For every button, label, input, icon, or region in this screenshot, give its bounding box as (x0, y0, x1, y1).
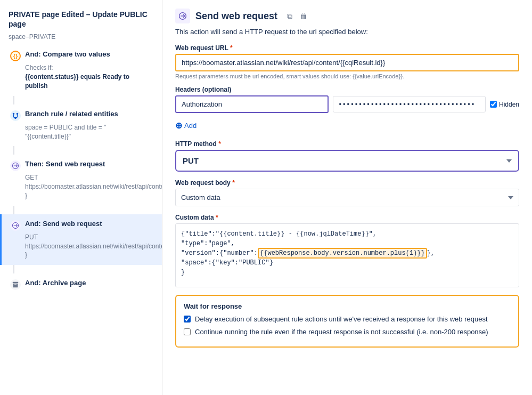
compare-icon: {} (10, 51, 21, 61)
svg-point-1 (17, 113, 19, 115)
connector-line-2 (13, 146, 14, 155)
header-value-input[interactable] (333, 96, 485, 112)
webhook-put-icon (10, 220, 21, 231)
connector-line-1 (13, 96, 14, 104)
body-required: * (232, 179, 235, 187)
panel-header: Send web request ⧉ 🗑 (175, 9, 519, 23)
wait-checkbox-1-label[interactable]: Delay execution of subsequent rule actio… (195, 315, 488, 324)
sidebar-item-archive-title: And: Archive page (25, 279, 86, 288)
copy-button[interactable]: ⧉ (285, 11, 294, 22)
sidebar-item-webhook-put-title: And: Send web request (25, 220, 102, 229)
url-label: Web request URL * (175, 44, 519, 52)
hidden-checkbox-label[interactable]: Hidden (490, 101, 519, 108)
url-hint: Request parameters must be url encoded, … (175, 73, 519, 79)
url-input[interactable] (176, 55, 518, 70)
svg-point-0 (13, 113, 15, 115)
code-line-1: {"title":"{{content.title}} - {{now.jqlD… (181, 230, 377, 238)
svg-rect-3 (13, 282, 19, 283)
body-label: Web request body * (175, 179, 519, 187)
add-icon: ⊕ (175, 120, 182, 131)
sidebar-item-compare-title: And: Compare two values (25, 50, 110, 59)
url-input-wrapper (175, 54, 519, 71)
sidebar-item-branch-title: Branch rule / related entities (25, 110, 118, 119)
sidebar-item-webhook-get-title: Then: Send web request (25, 160, 105, 169)
wait-title: Wait for response (184, 302, 511, 310)
sidebar: PRIVATE page Edited – Update PUBLIC page… (0, 0, 162, 395)
main-panel: Send web request ⧉ 🗑 This action will se… (162, 0, 532, 395)
sidebar-item-webhook-put-body: PUThttps://boomaster.atlassian.net/wiki/… (25, 233, 153, 260)
code-line-4: "space":{"key":"PUBLIC"} (181, 259, 273, 267)
webhook-get-icon (10, 160, 21, 171)
custom-data-section: Custom data * {"title":"{{content.title}… (175, 214, 519, 287)
header-name-input[interactable] (175, 95, 329, 113)
hidden-checkbox[interactable] (490, 101, 497, 108)
wait-section: Wait for response Delay execution of sub… (175, 295, 519, 348)
method-box: PUT GET POST DELETE PATCH (175, 150, 519, 172)
method-label: HTTP method * (175, 140, 519, 148)
sidebar-item-compare-body: Checks if:{{content.status}} equals Read… (25, 63, 153, 90)
code-highlight-version: {{webResponse.body.version.number.plus(1… (258, 248, 427, 259)
wait-checkbox-2[interactable] (184, 328, 191, 335)
sidebar-item-branch[interactable]: Branch rule / related entities space = P… (0, 104, 162, 147)
sidebar-item-archive[interactable]: And: Archive page (0, 273, 162, 297)
headers-label: Headers (optional) (175, 86, 519, 93)
headers-row: Hidden (175, 95, 519, 113)
url-required: * (230, 44, 233, 52)
sidebar-item-webhook-get-body: GEThttps://boomaster.atlassian.net/wiki/… (25, 173, 153, 200)
connector-line-3 (13, 206, 14, 214)
panel-actions: ⧉ 🗑 (285, 11, 309, 22)
custom-data-required: * (216, 214, 218, 221)
delete-button[interactable]: 🗑 (298, 11, 309, 22)
wait-checkbox-row-1: Delay execution of subsequent rule actio… (184, 315, 511, 324)
sidebar-item-webhook-put[interactable]: And: Send web request PUThttps://boomast… (0, 214, 162, 265)
panel-icon (175, 9, 190, 23)
panel-title: Send web request (195, 11, 277, 22)
panel-description: This action will send a HTTP request to … (175, 28, 519, 36)
code-line-3: "version":{"number":{{webResponse.body.v… (181, 248, 435, 259)
headers-section: Headers (optional) Hidden (175, 86, 519, 113)
url-section: Web request URL * Request parameters mus… (175, 44, 519, 79)
sidebar-subtitle: space–PRIVATE (0, 33, 162, 45)
connector-line-4 (13, 265, 14, 273)
method-select[interactable]: PUT GET POST DELETE PATCH (177, 152, 517, 170)
sidebar-item-branch-body: space = PUBLIC and title = ""{{content.t… (25, 123, 153, 141)
wait-checkbox-row-2: Continue running the rule even if the re… (184, 327, 511, 337)
method-section: HTTP method * PUT GET POST DELETE PATCH (175, 140, 519, 172)
archive-icon (10, 279, 21, 290)
branch-icon (10, 110, 21, 121)
code-line-2: "type":"page", (181, 240, 235, 247)
code-line-5: } (181, 269, 185, 276)
add-header-button[interactable]: ⊕ Add (175, 118, 197, 133)
sidebar-item-webhook-get[interactable]: Then: Send web request GEThttps://boomas… (0, 155, 162, 205)
custom-data-label: Custom data * (175, 214, 519, 221)
body-select[interactable]: Custom data Empty (175, 189, 519, 206)
method-required: * (218, 140, 221, 148)
custom-data-editor[interactable]: {"title":"{{content.title}} - {{now.jqlD… (175, 223, 519, 287)
sidebar-item-compare[interactable]: {} And: Compare two values Checks if:{{c… (0, 45, 162, 95)
wait-checkbox-1[interactable] (184, 316, 191, 323)
body-section: Web request body * Custom data Empty (175, 179, 519, 206)
sidebar-title: PRIVATE page Edited – Update PUBLIC page (0, 4, 162, 33)
wait-checkbox-2-label[interactable]: Continue running the rule even if the re… (195, 327, 488, 337)
